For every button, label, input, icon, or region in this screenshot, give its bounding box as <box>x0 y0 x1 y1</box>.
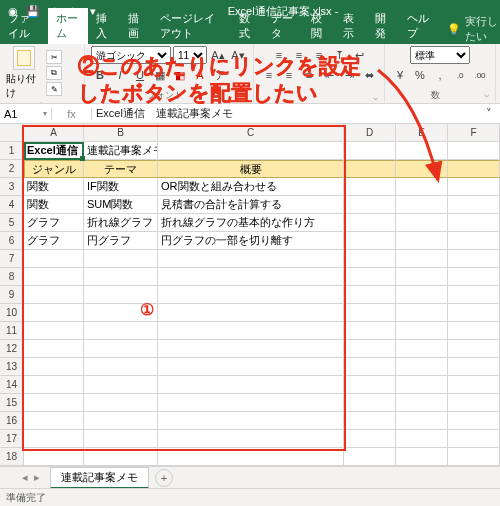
cell[interactable] <box>158 142 344 160</box>
cell[interactable] <box>84 430 158 448</box>
cell[interactable] <box>84 376 158 394</box>
cell[interactable] <box>84 358 158 376</box>
increase-indent-icon[interactable]: ⇥ <box>340 66 358 84</box>
fill-color-button[interactable]: ◧ <box>171 66 189 84</box>
cell[interactable] <box>158 376 344 394</box>
cut-button[interactable]: ✂ <box>46 50 62 64</box>
cell[interactable] <box>448 232 500 250</box>
tab-draw[interactable]: 描画 <box>120 8 152 44</box>
cell[interactable] <box>84 286 158 304</box>
italic-button[interactable]: I <box>111 66 129 84</box>
cell[interactable]: 円グラフ <box>84 232 158 250</box>
cell[interactable] <box>448 250 500 268</box>
cell[interactable] <box>396 178 448 196</box>
cell[interactable] <box>448 178 500 196</box>
tab-formulas[interactable]: 数式 <box>231 8 263 44</box>
percent-button[interactable]: % <box>411 66 429 84</box>
name-box-dropdown-icon[interactable]: ▾ <box>43 109 47 118</box>
col-header-b[interactable]: B <box>84 124 158 141</box>
row-header[interactable]: 11 <box>0 322 24 340</box>
cell[interactable] <box>396 412 448 430</box>
row-header[interactable]: 13 <box>0 358 24 376</box>
cell[interactable] <box>344 268 396 286</box>
cell[interactable]: テーマ <box>84 160 158 178</box>
cell[interactable] <box>448 412 500 430</box>
row-header[interactable]: 9 <box>0 286 24 304</box>
cell[interactable]: 円グラフの一部を切り離す <box>158 232 344 250</box>
cell[interactable] <box>24 322 84 340</box>
name-box[interactable]: A1 ▾ <box>0 108 52 120</box>
font-color-button[interactable]: A <box>191 66 209 84</box>
tell-me-search[interactable]: 💡 実行したい <box>447 14 500 44</box>
cell[interactable] <box>448 196 500 214</box>
cell[interactable] <box>158 412 344 430</box>
cell[interactable] <box>396 340 448 358</box>
merge-button[interactable]: ⬌ <box>360 66 378 84</box>
font-size-select[interactable]: 11 <box>173 46 207 64</box>
cell[interactable] <box>396 322 448 340</box>
cell[interactable]: グラフ <box>24 232 84 250</box>
cell[interactable]: 見積書の合計を計算する <box>158 196 344 214</box>
tab-file[interactable]: ファイル <box>0 8 48 44</box>
number-format-select[interactable]: 標準 <box>410 46 470 64</box>
cell[interactable] <box>344 304 396 322</box>
cell[interactable] <box>24 430 84 448</box>
row-header[interactable]: 12 <box>0 340 24 358</box>
cell[interactable] <box>344 358 396 376</box>
cell[interactable] <box>448 394 500 412</box>
format-painter-button[interactable]: ✎ <box>46 82 62 96</box>
cell[interactable] <box>448 322 500 340</box>
cell[interactable] <box>344 376 396 394</box>
cell[interactable] <box>344 250 396 268</box>
cell[interactable] <box>158 304 344 322</box>
cell[interactable] <box>396 304 448 322</box>
cell[interactable] <box>344 448 396 466</box>
cell[interactable]: 関数 <box>24 178 84 196</box>
cell[interactable] <box>448 358 500 376</box>
align-center-icon[interactable]: ≡ <box>280 66 298 84</box>
col-header-f[interactable]: F <box>448 124 500 141</box>
cell[interactable]: 概要 <box>158 160 344 178</box>
col-header-e[interactable]: E <box>396 124 448 141</box>
cell[interactable] <box>448 160 500 178</box>
cell[interactable] <box>396 250 448 268</box>
cell[interactable] <box>448 286 500 304</box>
cell[interactable] <box>396 268 448 286</box>
fx-icon[interactable]: fx <box>67 108 76 120</box>
cell[interactable]: OR関数と組み合わせる <box>158 178 344 196</box>
underline-button[interactable]: U <box>131 66 149 84</box>
tab-data[interactable]: データ <box>263 8 303 44</box>
cell[interactable] <box>84 322 158 340</box>
row-header[interactable]: 1 <box>0 142 24 160</box>
cell[interactable] <box>24 376 84 394</box>
cell[interactable] <box>344 430 396 448</box>
cell[interactable]: 折れ線グラフの基本的な作り方 <box>158 214 344 232</box>
col-header-c[interactable]: C <box>158 124 344 141</box>
cell[interactable] <box>396 286 448 304</box>
cell[interactable] <box>448 268 500 286</box>
cell[interactable] <box>448 214 500 232</box>
font-launcher-icon[interactable]: ⌵ <box>242 89 247 99</box>
cell[interactable] <box>84 250 158 268</box>
tab-review[interactable]: 校閲 <box>303 8 335 44</box>
cell[interactable] <box>84 268 158 286</box>
tab-home[interactable]: ホーム <box>48 8 88 44</box>
row-header[interactable]: 3 <box>0 178 24 196</box>
cell[interactable] <box>344 340 396 358</box>
worksheet-grid[interactable]: A B C D E F ① 1Excel通信連載記事案メモ 2ジャンルテーマ概要… <box>0 124 500 466</box>
align-middle-icon[interactable]: ≡ <box>290 46 308 64</box>
row-header[interactable]: 10 <box>0 304 24 322</box>
cell[interactable] <box>396 394 448 412</box>
col-header-a[interactable]: A <box>24 124 84 141</box>
cell[interactable] <box>158 430 344 448</box>
cell[interactable] <box>344 286 396 304</box>
comma-button[interactable]: , <box>431 66 449 84</box>
paste-button[interactable]: 貼り付け <box>6 46 42 100</box>
cell[interactable] <box>344 142 396 160</box>
row-header[interactable]: 2 <box>0 160 24 178</box>
cell[interactable] <box>396 232 448 250</box>
tab-help[interactable]: ヘルプ <box>399 8 439 44</box>
cell[interactable] <box>24 394 84 412</box>
row-header[interactable]: 18 <box>0 448 24 466</box>
cell[interactable] <box>24 268 84 286</box>
